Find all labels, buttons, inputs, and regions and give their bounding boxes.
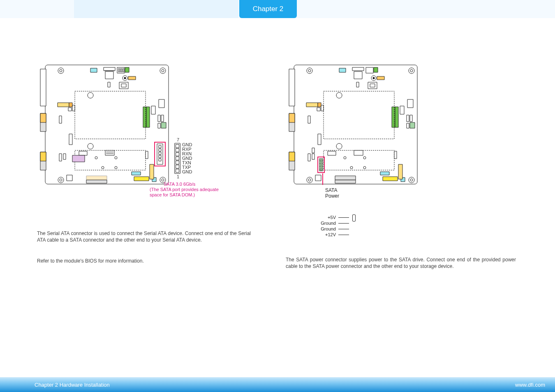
svg-rect-49 — [79, 151, 87, 155]
sata-caption-line3: space for SATA DOM.) — [150, 192, 219, 198]
left-paragraph-2: Refer to the module's BIOS for more info… — [37, 258, 251, 264]
svg-rect-45 — [158, 123, 160, 128]
svg-rect-64 — [150, 164, 154, 179]
svg-rect-26 — [40, 113, 46, 122]
pin-label: GND — [182, 170, 192, 174]
svg-rect-42 — [151, 106, 155, 114]
svg-rect-28 — [40, 152, 46, 161]
svg-rect-103 — [321, 105, 324, 111]
svg-rect-112 — [395, 107, 398, 127]
footer-left: Chapter 2 Hardware Installation — [35, 382, 110, 388]
svg-rect-106 — [318, 134, 321, 145]
svg-rect-114 — [407, 115, 409, 122]
power-pin-label: Ground — [321, 221, 336, 226]
power-pin-label: +5V — [328, 215, 336, 220]
pin-label: TXN — [182, 161, 192, 165]
content-area: 7 GND RXP RXN GND TXN TXP GND — [37, 62, 518, 270]
pin7-label: 7 — [177, 137, 219, 143]
svg-rect-109 — [312, 148, 314, 153]
svg-rect-24 — [40, 69, 46, 106]
svg-rect-39 — [159, 99, 164, 108]
svg-rect-31 — [69, 103, 72, 107]
svg-rect-127 — [315, 175, 321, 181]
svg-rect-118 — [324, 91, 394, 139]
page-footer: Chapter 2 Hardware Installation www.dfi.… — [0, 377, 555, 392]
pin-label: RXP — [182, 147, 192, 152]
svg-rect-35 — [59, 154, 62, 161]
pin-label: RXN — [182, 152, 192, 156]
svg-point-107 — [336, 143, 342, 149]
sata-pin-header-icon — [174, 143, 180, 174]
left-column: 7 GND RXP RXN GND TXN TXP GND — [37, 62, 269, 270]
svg-rect-84 — [352, 67, 364, 71]
svg-rect-102 — [317, 108, 320, 111]
svg-rect-131 — [383, 177, 398, 181]
sata-caption-line1: SATA 3.0 6Gb/s — [164, 182, 219, 187]
svg-rect-17 — [125, 67, 129, 72]
svg-rect-61 — [132, 172, 141, 175]
chapter-tab: Chapter 2 — [239, 0, 297, 18]
svg-rect-10 — [104, 67, 115, 71]
svg-rect-94 — [289, 69, 295, 106]
footer-right: www.dfi.com — [515, 382, 545, 388]
svg-rect-85 — [354, 71, 362, 79]
svg-rect-30 — [58, 103, 69, 107]
svg-rect-126 — [394, 151, 397, 159]
sata-power-label-l2: Power — [325, 193, 339, 199]
svg-rect-100 — [306, 103, 318, 107]
svg-rect-110 — [407, 99, 413, 108]
svg-rect-105 — [308, 154, 310, 161]
svg-rect-36 — [69, 134, 72, 145]
svg-rect-58 — [67, 175, 72, 181]
right-column: SATA Power +5V Ground Ground +12V — [286, 62, 518, 270]
svg-rect-90 — [377, 76, 384, 80]
svg-rect-57 — [146, 151, 148, 159]
svg-rect-129 — [335, 180, 356, 183]
svg-rect-50 — [105, 150, 114, 155]
board-diagram-right — [286, 62, 421, 189]
pin1-label: 1 — [177, 174, 219, 180]
svg-point-89 — [373, 77, 375, 79]
svg-rect-133 — [398, 164, 402, 179]
pin-label: TXP — [182, 165, 192, 170]
svg-rect-104 — [308, 116, 310, 123]
svg-rect-120 — [328, 151, 336, 155]
svg-rect-91 — [356, 82, 359, 87]
svg-rect-87 — [374, 67, 378, 72]
svg-rect-101 — [318, 103, 321, 107]
svg-rect-113 — [400, 106, 404, 114]
svg-rect-47 — [75, 91, 146, 139]
left-paragraph-1: The Serial ATA connector is used to conn… — [37, 230, 251, 243]
svg-rect-34 — [59, 116, 62, 123]
svg-rect-44 — [161, 115, 164, 122]
pin-label: GND — [182, 156, 192, 161]
svg-rect-59 — [86, 176, 107, 180]
svg-rect-21 — [108, 82, 110, 87]
svg-rect-46 — [161, 122, 166, 128]
svg-rect-117 — [410, 122, 415, 128]
svg-rect-9 — [90, 68, 97, 72]
svg-rect-116 — [407, 123, 409, 128]
svg-rect-43 — [158, 115, 160, 122]
svg-rect-60 — [86, 180, 107, 183]
svg-rect-22 — [119, 82, 128, 89]
sata-caption-line2: (The SATA port provides adequate — [150, 187, 219, 192]
svg-rect-115 — [410, 115, 412, 122]
svg-rect-41 — [146, 107, 150, 127]
svg-rect-108 — [312, 154, 314, 159]
svg-point-19 — [124, 77, 126, 79]
svg-rect-121 — [354, 150, 363, 155]
svg-rect-38 — [63, 154, 66, 159]
svg-rect-86 — [366, 67, 373, 73]
svg-rect-128 — [335, 176, 356, 180]
sata-power-pinout: +5V Ground Ground +12V — [286, 214, 356, 238]
svg-rect-12 — [105, 71, 113, 79]
power-pin-label: +12V — [325, 232, 336, 237]
right-paragraph: The SATA power connector supplies power … — [286, 256, 516, 270]
svg-rect-83 — [339, 68, 346, 72]
board-diagram-left — [37, 62, 173, 189]
svg-rect-20 — [128, 76, 136, 80]
sata-power-label-l1: SATA — [325, 187, 339, 193]
power-pin-box-icon — [352, 214, 356, 221]
svg-rect-32 — [68, 108, 72, 111]
